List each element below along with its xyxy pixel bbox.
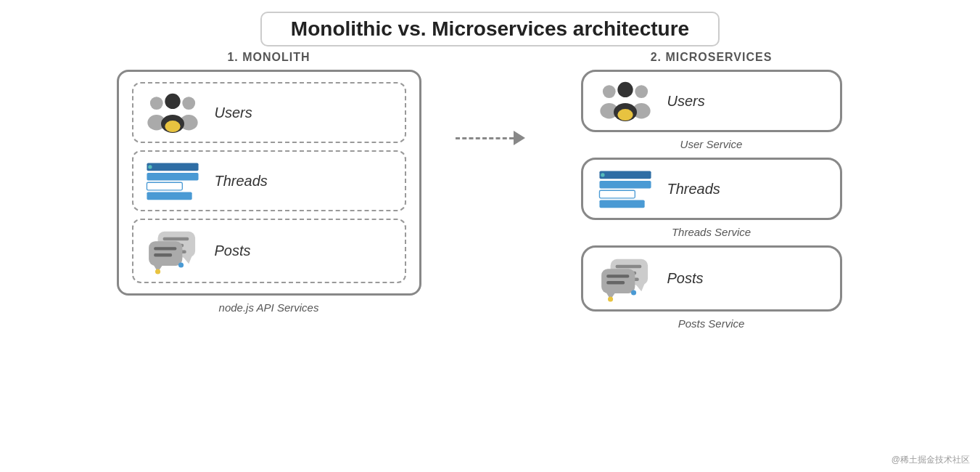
svg-rect-43 — [606, 281, 625, 284]
posts-service-group: Posts Posts Service — [581, 245, 842, 335]
users-icon — [144, 91, 202, 134]
svg-rect-9 — [147, 173, 198, 181]
svg-rect-40 — [601, 269, 635, 293]
page-title-container: Monolithic vs. Microservices architectur… — [260, 12, 720, 46]
monolith-users-label: Users — [215, 105, 252, 121]
svg-rect-30 — [599, 171, 651, 179]
page-title: Monolithic vs. Microservices architectur… — [291, 17, 689, 40]
monolith-footer: node.js API Services — [219, 301, 319, 314]
posts-service-item-label: Posts — [667, 270, 704, 287]
svg-rect-17 — [149, 241, 182, 266]
svg-point-31 — [601, 173, 604, 176]
user-service-name: User Service — [680, 138, 743, 150]
monolith-threads-box: Threads — [132, 150, 406, 211]
svg-rect-33 — [599, 190, 635, 198]
threads-service-name: Threads Service — [672, 226, 751, 238]
dashed-line — [456, 137, 514, 139]
svg-point-29 — [617, 109, 633, 121]
posts-icon-monolith — [144, 227, 202, 274]
svg-rect-37 — [615, 265, 641, 268]
monolith-section: 1. MONOLITH Users — [91, 51, 447, 314]
migration-arrow — [447, 131, 534, 145]
users-icon-ms — [596, 79, 654, 123]
arrow-head — [514, 131, 525, 145]
svg-point-0 — [149, 97, 162, 110]
user-service-box: Users — [581, 70, 842, 132]
svg-point-21 — [155, 269, 160, 274]
user-service-item-label: Users — [667, 93, 705, 110]
svg-marker-36 — [635, 284, 644, 292]
monolith-posts-label: Posts — [215, 243, 251, 259]
services-list: Users User Service Threads Threads Ser — [534, 70, 889, 337]
threads-service-item-label: Threads — [667, 181, 720, 198]
monolith-box: Users Threads — [117, 70, 421, 296]
svg-rect-14 — [162, 237, 189, 240]
svg-point-25 — [635, 85, 648, 98]
svg-point-23 — [602, 85, 615, 98]
threads-service-group: Threads Threads Service — [581, 158, 842, 244]
svg-point-22 — [178, 263, 184, 268]
svg-point-45 — [631, 290, 636, 296]
svg-marker-13 — [182, 256, 192, 264]
posts-service-box: Posts — [581, 245, 842, 312]
svg-rect-11 — [147, 192, 192, 200]
svg-rect-20 — [154, 253, 172, 256]
svg-point-27 — [617, 82, 633, 97]
svg-rect-19 — [154, 247, 176, 250]
svg-rect-10 — [147, 182, 182, 190]
svg-point-2 — [182, 97, 195, 110]
monolith-label: 1. MONOLITH — [227, 51, 310, 64]
watermark: @稀土掘金技术社区 — [892, 454, 970, 466]
threads-service-box: Threads — [581, 158, 842, 220]
monolith-users-box: Users — [132, 82, 406, 143]
monolith-posts-box: Posts — [132, 219, 406, 283]
posts-icon-ms — [596, 255, 654, 302]
svg-point-44 — [608, 296, 613, 301]
threads-icon-ms — [596, 167, 654, 211]
microservices-section: 2. MICROSERVICES Users User Se — [534, 51, 889, 337]
svg-rect-42 — [606, 274, 629, 277]
svg-rect-7 — [147, 163, 198, 171]
svg-point-4 — [165, 94, 180, 109]
svg-point-6 — [165, 121, 180, 132]
microservices-label: 2. MICROSERVICES — [651, 51, 773, 64]
threads-icon-monolith — [144, 159, 202, 203]
svg-rect-34 — [599, 200, 644, 208]
posts-service-name: Posts Service — [678, 317, 745, 330]
svg-rect-32 — [599, 181, 651, 189]
monolith-threads-label: Threads — [215, 173, 268, 190]
user-service-group: Users User Service — [581, 70, 842, 156]
svg-point-8 — [148, 165, 152, 168]
